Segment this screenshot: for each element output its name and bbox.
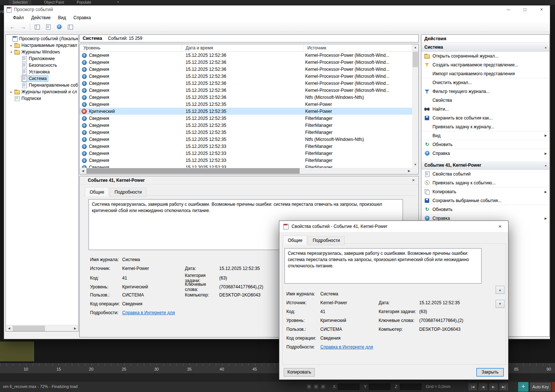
event-row[interactable]: Сведения 15.12.2025 12:52:36 Kernel-Proc… xyxy=(80,66,412,73)
scroll-left-button[interactable]: ◀ xyxy=(80,168,86,174)
status-toggle-icon[interactable] xyxy=(306,384,312,389)
scrollbar-thumb[interactable] xyxy=(413,52,418,67)
action-item[interactable]: Свойства xyxy=(421,96,549,105)
window-titlebar[interactable]: Просмотр событий ─ □ × xyxy=(4,6,550,14)
transport-button[interactable]: ◀ xyxy=(478,383,488,391)
event-row[interactable]: Сведения 15.12.2025 12:52:33 FilterManag… xyxy=(80,143,412,150)
event-row[interactable]: Сведения 15.12.2025 12:52:35 Ntfs (Micro… xyxy=(80,136,412,143)
menu-item[interactable]: Действие xyxy=(28,15,55,20)
event-row[interactable]: Сведения 15.12.2025 12:52:36 Kernel-Proc… xyxy=(80,80,412,87)
maximize-button[interactable]: □ xyxy=(517,6,533,14)
action-item[interactable]: Очистить журнал... xyxy=(421,78,549,87)
action-item[interactable]: Открыть сохраненный журнал... xyxy=(421,52,549,60)
action-item[interactable]: Сохранить выбранные события... xyxy=(421,196,549,205)
transport-button[interactable]: ▶ xyxy=(489,383,498,391)
tree-item[interactable]: ▸ Настраиваемые представл xyxy=(6,42,78,49)
tree-expand-icon[interactable]: ▾ xyxy=(9,51,14,54)
x-coordinate-input[interactable] xyxy=(338,384,359,390)
scroll-right-button[interactable]: ▶ xyxy=(72,325,78,332)
column-header[interactable]: Дата и время xyxy=(182,44,304,51)
scrollbar-thumb[interactable] xyxy=(13,326,45,331)
actions-section-event[interactable]: Событие 41, Kernel-Power ▴ xyxy=(421,161,549,170)
tree-item[interactable]: Подписки xyxy=(6,95,78,102)
action-item[interactable]: Вид ▶ xyxy=(421,131,549,140)
action-item[interactable]: Привязать задачу к журналу... xyxy=(421,122,549,131)
dialog-close-button[interactable]: × xyxy=(492,221,508,232)
collapse-icon[interactable]: ▴ xyxy=(545,45,547,49)
previous-event-button[interactable]: ▲ xyxy=(496,286,504,294)
close-button[interactable]: Закрыть xyxy=(476,368,504,377)
show-console-tree-button[interactable] xyxy=(32,23,41,31)
menu-item[interactable]: Справка xyxy=(70,15,94,20)
event-row[interactable]: Сведения 15.12.2025 12:52:35 FilterManag… xyxy=(80,129,412,136)
action-item[interactable]: Обновить xyxy=(421,140,549,149)
tree-item[interactable]: ▾ Журналы Windows xyxy=(6,49,78,55)
action-item[interactable]: Привязать задачу к событию... xyxy=(421,178,549,187)
show-action-pane-button[interactable] xyxy=(66,23,75,31)
coordinate-mode-icon[interactable] xyxy=(320,384,326,389)
scroll-left-button[interactable]: ◀ xyxy=(6,325,12,332)
tab[interactable]: Подробности xyxy=(308,236,345,245)
event-row[interactable]: Сведения 15.12.2025 12:52:33 FilterManag… xyxy=(80,164,412,168)
event-row[interactable]: Сведения 15.12.2025 12:52:36 Ntfs (Micro… xyxy=(80,94,412,101)
action-item[interactable]: Обновить xyxy=(421,205,549,214)
tree-item[interactable]: Просмотр событий (Локальнь xyxy=(6,35,78,42)
actions-section-system[interactable]: Система ▴ xyxy=(421,43,549,52)
scroll-down-button[interactable]: ▼ xyxy=(412,162,418,168)
event-row[interactable]: Сведения 15.12.2025 12:52:36 Kernel-Proc… xyxy=(80,52,412,59)
event-row[interactable]: Сведения 15.12.2025 12:52:33 FilterManag… xyxy=(80,150,412,157)
event-row[interactable]: Критический 15.12.2025 12:52:35 Kernel-P… xyxy=(80,108,412,115)
preview-header[interactable]: Событие 41, Kernel-Power × xyxy=(80,176,418,184)
tab[interactable]: Общие xyxy=(283,235,307,244)
ribbon-tab[interactable]: Selection xyxy=(9,0,31,5)
help-button[interactable] xyxy=(55,23,63,31)
online-help-link[interactable]: Справка в Интернете для xyxy=(122,310,185,315)
horizontal-scrollbar[interactable]: ◀ ▶ xyxy=(80,168,412,174)
ribbon-tab[interactable]: Object Paint xyxy=(44,0,64,5)
tree-expand-icon[interactable]: ▸ xyxy=(9,90,14,94)
tree-item[interactable]: Перенаправленные соб xyxy=(6,82,78,89)
z-coordinate-input[interactable] xyxy=(400,384,421,390)
preview-close-icon[interactable]: × xyxy=(412,177,415,183)
horizontal-scrollbar[interactable]: ◀ ▶ xyxy=(6,325,78,331)
tree-item[interactable]: ▸ Журналы приложений и сл xyxy=(6,89,78,95)
event-row[interactable]: Сведения 15.12.2025 12:52:36 Kernel-Proc… xyxy=(80,87,412,94)
dialog-titlebar[interactable]: Свойства событий - Событие 41, Kernel-Po… xyxy=(279,221,508,232)
event-row[interactable]: Сведения 15.12.2025 12:52:35 FilterManag… xyxy=(80,115,412,122)
next-event-button[interactable]: ▼ xyxy=(496,300,504,308)
close-button[interactable]: × xyxy=(533,6,550,14)
column-header[interactable]: Источник xyxy=(304,44,412,51)
tree-item[interactable]: Установка xyxy=(6,69,78,75)
tree-item[interactable]: Безопасность xyxy=(6,62,78,69)
action-item[interactable]: Свойства событий xyxy=(421,170,549,178)
action-item[interactable]: Фильтр текущего журнала... xyxy=(421,87,549,96)
collapse-icon[interactable]: ▴ xyxy=(545,163,547,167)
properties-button[interactable] xyxy=(44,23,52,31)
tab[interactable]: Общие xyxy=(85,187,109,196)
action-item[interactable]: Справка ▶ xyxy=(421,149,549,158)
menu-item[interactable]: Файл xyxy=(9,15,28,20)
selection-lock-icon[interactable] xyxy=(313,384,319,389)
action-item[interactable]: Импорт настраиваемого представления xyxy=(421,69,549,78)
tree-item[interactable]: Приложение xyxy=(6,55,78,62)
forward-button[interactable]: → xyxy=(19,23,28,31)
scrollbar-thumb[interactable] xyxy=(86,168,300,174)
ribbon-tab[interactable]: Populate xyxy=(77,0,91,5)
column-header[interactable]: Уровень xyxy=(80,44,182,51)
tree-expand-icon[interactable]: ▸ xyxy=(9,44,14,47)
scroll-right-button[interactable]: ▶ xyxy=(406,168,412,174)
action-item[interactable]: Найти... xyxy=(421,105,549,114)
minimize-button[interactable]: ─ xyxy=(500,6,517,14)
tree-item[interactable]: Система xyxy=(6,75,78,82)
action-item[interactable]: Копировать ▶ xyxy=(421,187,549,196)
action-item[interactable]: Создать настраиваемое представление... xyxy=(421,60,549,69)
event-row[interactable]: Сведения 15.12.2025 12:52:36 Kernel-Proc… xyxy=(80,59,412,66)
ribbon-dropdown-icon[interactable]: ▾ xyxy=(117,0,119,4)
event-row[interactable]: Сведения 15.12.2025 12:52:33 FilterManag… xyxy=(80,157,412,164)
event-row[interactable]: Сведения 15.12.2025 12:52:36 Kernel-Proc… xyxy=(80,73,412,80)
copy-button[interactable]: Копировать xyxy=(284,368,315,377)
auto-key-button[interactable]: Auto Key xyxy=(530,382,551,391)
online-help-link[interactable]: Справка в Интернете для xyxy=(320,344,379,350)
scroll-up-button[interactable]: ▲ xyxy=(412,44,418,51)
transport-button[interactable]: ▶| xyxy=(499,383,509,391)
